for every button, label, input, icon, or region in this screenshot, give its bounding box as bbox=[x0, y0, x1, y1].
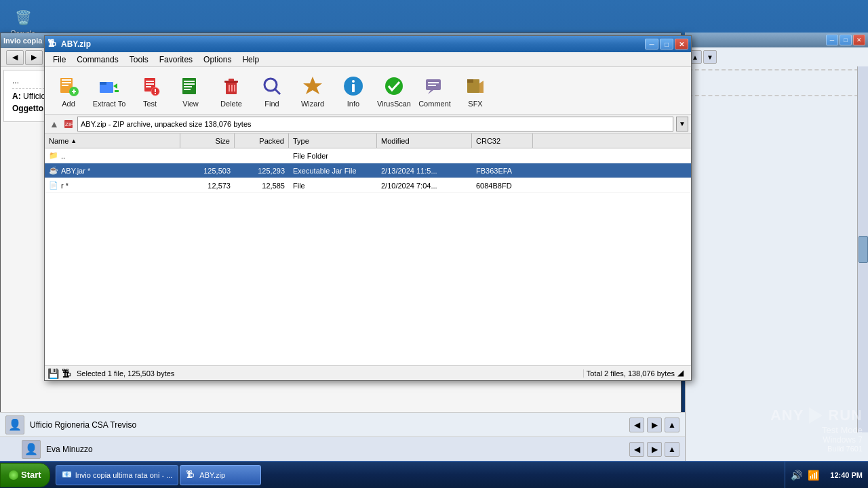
toolbar-info-button[interactable]: Info bbox=[334, 70, 373, 112]
side-panel-minimize[interactable]: ─ bbox=[826, 35, 838, 45]
svg-marker-9 bbox=[113, 83, 117, 89]
toolbar-find-button[interactable]: Find bbox=[252, 70, 292, 112]
file-crc-r: 6084B8FD bbox=[472, 182, 533, 190]
svg-rect-8 bbox=[100, 82, 106, 85]
file-packed-aby-jar: 125,293 bbox=[235, 167, 289, 175]
table-row[interactable]: 📁 .. File Folder bbox=[45, 148, 691, 163]
find-icon bbox=[260, 74, 284, 98]
recipient-action-1[interactable]: ◀ bbox=[629, 442, 644, 457]
anyrun-play-icon bbox=[806, 406, 825, 425]
col-header-crc[interactable]: CRC32 bbox=[472, 134, 533, 148]
tray-network-icon[interactable]: 📶 bbox=[808, 470, 819, 481]
svg-rect-21 bbox=[184, 86, 192, 87]
col-name-sort-icon: ▲ bbox=[71, 138, 77, 144]
winrar-close-button[interactable]: ✕ bbox=[675, 39, 688, 49]
toolbar-add-button[interactable]: Add bbox=[49, 70, 88, 112]
col-size-label: Size bbox=[216, 137, 230, 145]
menu-help[interactable]: Help bbox=[237, 54, 264, 66]
taskbar-item-email[interactable]: 📧 Invio copia ultima rata oni - ... bbox=[56, 465, 179, 485]
toolbar-test-button[interactable]: Test bbox=[130, 70, 170, 112]
col-header-modified[interactable]: Modified bbox=[377, 134, 472, 148]
comment-icon bbox=[422, 74, 447, 98]
start-orb-icon bbox=[9, 470, 18, 480]
extract-icon bbox=[97, 74, 121, 98]
jar-file-icon: ☕ bbox=[49, 166, 58, 175]
recipient-action-2[interactable]: ▶ bbox=[647, 442, 662, 457]
status-icon-zip[interactable]: 🗜 bbox=[62, 368, 71, 379]
svg-rect-22 bbox=[184, 89, 191, 90]
col-header-type[interactable]: Type bbox=[289, 134, 377, 148]
winrar-title-left: 🗜 ABY.zip bbox=[47, 39, 91, 49]
email-bottom-area: 👤 Ufficio Rgioneria CSA Treviso ◀ ▶ ▲ 👤 … bbox=[0, 412, 685, 461]
tray-volume-icon[interactable]: 🔊 bbox=[791, 470, 802, 481]
toolbar-extract-button[interactable]: Extract To bbox=[90, 70, 129, 112]
anyrun-logo-area: ANY RUN bbox=[770, 406, 863, 425]
toolbar-delete-button[interactable]: Delete bbox=[212, 70, 251, 112]
svg-marker-45 bbox=[809, 407, 823, 424]
anyrun-watermark: ANY RUN Test Mode Windows 7 Build 7601 bbox=[712, 399, 868, 460]
col-header-packed[interactable]: Packed bbox=[235, 134, 289, 148]
winrar-titlebar: 🗜 ABY.zip ─ □ ✕ bbox=[45, 36, 691, 52]
winrar-minimize-button[interactable]: ─ bbox=[645, 39, 658, 49]
toolbar-wizard-button[interactable]: Wizard bbox=[293, 70, 332, 112]
menu-options[interactable]: Options bbox=[198, 54, 237, 66]
toolbar-comment-label: Comment bbox=[418, 100, 451, 108]
start-button[interactable]: Start bbox=[0, 463, 50, 487]
winrar-menubar: File Commands Tools Favorites Options He… bbox=[45, 52, 691, 67]
menu-favorites[interactable]: Favorites bbox=[154, 54, 198, 66]
toolbar-wizard-label: Wizard bbox=[301, 100, 324, 108]
file-name-aby-jar: ☕ ABY.jar * bbox=[45, 166, 180, 175]
side-panel-close[interactable]: ✕ bbox=[853, 35, 865, 45]
email-forward-button[interactable]: ▶ bbox=[25, 50, 43, 65]
anyrun-testmode: Test Mode bbox=[822, 425, 863, 435]
taskbar-winrar-label: ABY.zip bbox=[199, 471, 225, 479]
svg-rect-26 bbox=[229, 85, 230, 92]
col-header-size[interactable]: Size bbox=[180, 134, 235, 148]
toolbar-sfx-button[interactable]: SFX bbox=[456, 70, 495, 112]
email-back-button[interactable]: ◀ bbox=[6, 50, 24, 65]
svg-rect-41 bbox=[467, 79, 473, 83]
anyrun-os-text: Windows 7 bbox=[823, 435, 863, 445]
side-panel-maximize[interactable]: □ bbox=[840, 35, 852, 45]
statusbar-resize[interactable]: ◢ bbox=[677, 368, 688, 379]
sender-actions: ◀ ▶ ▲ bbox=[629, 418, 679, 432]
svg-rect-1 bbox=[62, 79, 71, 81]
side-nav-arrows: ▲ ▼ bbox=[688, 50, 717, 64]
menu-tools[interactable]: Tools bbox=[124, 54, 154, 66]
recipient-expand[interactable]: ▲ bbox=[665, 442, 679, 457]
taskbar-clock[interactable]: 12:40 PM bbox=[825, 471, 868, 479]
sender-action-2[interactable]: ▶ bbox=[647, 418, 662, 432]
col-crc-label: CRC32 bbox=[476, 137, 500, 145]
sender-action-1[interactable]: ◀ bbox=[629, 418, 644, 432]
menu-commands[interactable]: Commands bbox=[71, 54, 123, 66]
svg-rect-39 bbox=[428, 85, 436, 86]
menu-file[interactable]: File bbox=[47, 54, 71, 66]
winrar-filelist[interactable]: Name ▲ Size Packed Type Modified CRC32 bbox=[45, 134, 691, 365]
run-text: RUN bbox=[828, 407, 863, 424]
svg-rect-13 bbox=[146, 83, 154, 85]
email-subject-label: Oggetto: bbox=[12, 104, 46, 113]
addressbar-path[interactable]: ABY.zip - ZIP archive, unpacked size 138… bbox=[77, 117, 673, 131]
col-header-name[interactable]: Name ▲ bbox=[45, 134, 180, 148]
side-scroll-thumb[interactable] bbox=[859, 236, 868, 263]
table-row[interactable]: ☕ ABY.jar * 125,503 125,293 Executable J… bbox=[45, 163, 691, 178]
taskbar-item-winrar[interactable]: 🗜 ABY.zip bbox=[180, 465, 261, 485]
sender-avatar: 👤 bbox=[5, 415, 24, 434]
r-file-name: r * bbox=[61, 182, 68, 190]
addressbar-back-button[interactable]: ▲ bbox=[47, 117, 61, 131]
toolbar-virusscan-button[interactable]: VirusScan bbox=[374, 70, 414, 112]
table-row[interactable]: 📄 r * 12,573 12,585 File 2/10/2024 7:04.… bbox=[45, 178, 691, 193]
side-scrollbar[interactable] bbox=[857, 66, 868, 432]
sender-name: Ufficio Rgioneria CSA Treviso bbox=[30, 420, 624, 430]
sender-expand[interactable]: ▲ bbox=[665, 418, 679, 432]
toolbar-view-button[interactable]: View bbox=[171, 70, 210, 112]
addressbar-dropdown[interactable]: ▼ bbox=[676, 117, 688, 131]
winrar-maximize-button[interactable]: □ bbox=[660, 39, 673, 49]
side-nav-down[interactable]: ▼ bbox=[703, 50, 717, 64]
toolbar-comment-button[interactable]: Comment bbox=[415, 70, 454, 112]
file-type-aby-jar: Executable Jar File bbox=[289, 167, 377, 175]
svg-rect-34 bbox=[352, 84, 355, 92]
winrar-toolbar: Add Extract To bbox=[45, 67, 691, 115]
r-file-icon: 📄 bbox=[49, 181, 58, 190]
status-icon-drive[interactable]: 💾 bbox=[47, 368, 59, 379]
